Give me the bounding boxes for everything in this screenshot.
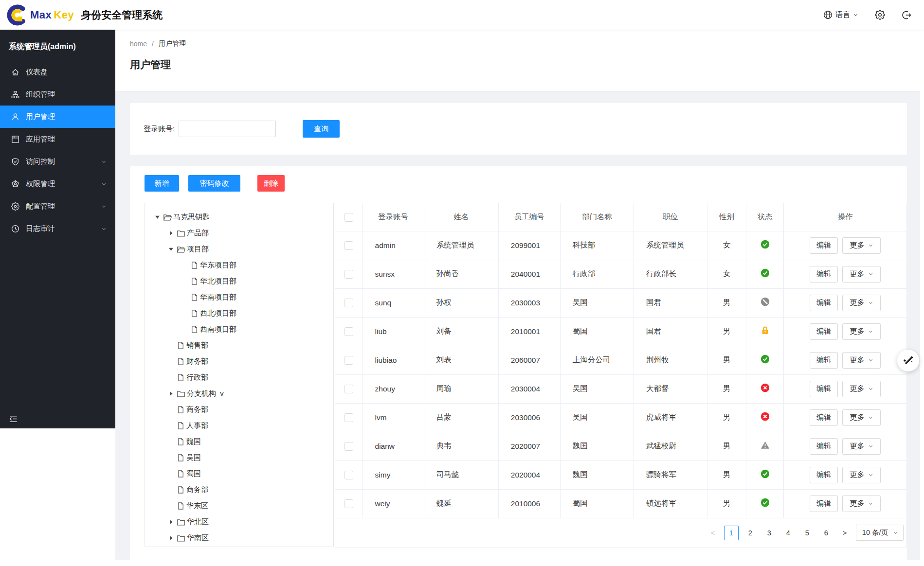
- cell-account: dianw: [362, 432, 424, 460]
- sidebar-item-config[interactable]: 配置管理: [0, 195, 115, 217]
- tree-node-label: 吴国: [186, 453, 201, 462]
- more-button[interactable]: 更多: [842, 438, 881, 455]
- status-enabled-icon: [761, 240, 770, 249]
- cell-department: 吴国: [560, 374, 634, 403]
- caret-expanded-icon[interactable]: [151, 214, 163, 220]
- more-button[interactable]: 更多: [842, 323, 881, 340]
- breadcrumb-home[interactable]: home: [130, 40, 147, 48]
- login-account-input[interactable]: [179, 121, 276, 137]
- chevron-down-icon: [101, 159, 107, 164]
- tree-node[interactable]: 商务部: [145, 402, 333, 418]
- scrollbar-track[interactable]: [920, 30, 924, 566]
- tree-node[interactable]: 项目部: [145, 241, 333, 257]
- tree-node[interactable]: 分支机构_v: [145, 386, 333, 402]
- caret-collapsed-icon[interactable]: [165, 391, 177, 396]
- more-button[interactable]: 更多: [842, 381, 881, 397]
- tree-node[interactable]: 华南项目部: [145, 289, 333, 305]
- tree-node[interactable]: 华北项目部: [145, 273, 333, 289]
- row-checkbox[interactable]: [344, 413, 353, 422]
- more-button[interactable]: 更多: [842, 352, 881, 369]
- row-checkbox[interactable]: [344, 241, 353, 250]
- caret-collapsed-icon[interactable]: [165, 230, 177, 236]
- more-button[interactable]: 更多: [842, 237, 881, 254]
- tree-node[interactable]: 西北项目部: [145, 305, 333, 321]
- delete-button[interactable]: 删除: [257, 175, 285, 192]
- sidebar-item-perms[interactable]: 权限管理: [0, 173, 115, 195]
- row-checkbox[interactable]: [344, 299, 353, 307]
- add-button[interactable]: 新增: [145, 175, 179, 192]
- edit-button[interactable]: 编辑: [810, 409, 838, 426]
- more-button[interactable]: 更多: [842, 467, 881, 483]
- tree-node[interactable]: 销售部: [145, 337, 333, 354]
- tree-node[interactable]: 商务部: [145, 482, 333, 498]
- edit-button[interactable]: 编辑: [810, 438, 838, 455]
- tree-node[interactable]: 蜀国: [145, 466, 333, 482]
- tree-node[interactable]: 华东项目部: [145, 257, 333, 273]
- next-page-button[interactable]: >: [838, 529, 852, 537]
- page-button-6[interactable]: 6: [819, 526, 833, 540]
- edit-button[interactable]: 编辑: [810, 381, 838, 397]
- caret-expanded-icon[interactable]: [165, 247, 177, 252]
- edit-button[interactable]: 编辑: [810, 295, 838, 311]
- edit-button[interactable]: 编辑: [810, 323, 838, 340]
- tree-node[interactable]: 华东区: [145, 498, 333, 514]
- row-checkbox[interactable]: [344, 356, 353, 365]
- sidebar-item-access[interactable]: 访问控制: [0, 150, 115, 173]
- caret-collapsed-icon[interactable]: [165, 519, 177, 525]
- status-enabled-icon: [761, 498, 770, 507]
- chevron-down-icon: [868, 501, 873, 506]
- sidebar-item-org[interactable]: 组织管理: [0, 83, 115, 106]
- breadcrumb-separator: /: [152, 40, 154, 48]
- page-button-5[interactable]: 5: [800, 526, 815, 540]
- tree-node[interactable]: 产品部: [145, 225, 333, 241]
- row-checkbox[interactable]: [344, 327, 353, 336]
- edit-button[interactable]: 编辑: [810, 467, 838, 483]
- settings-gear-icon[interactable]: [875, 10, 885, 20]
- page-button-1[interactable]: 1: [724, 526, 739, 540]
- query-button[interactable]: 查询: [303, 120, 340, 138]
- change-password-button[interactable]: 密码修改: [188, 175, 240, 192]
- page-button-4[interactable]: 4: [781, 526, 796, 540]
- cell-name: 刘备: [424, 317, 498, 346]
- sidebar-item-dashboard[interactable]: 仪表盘: [0, 61, 115, 83]
- more-button[interactable]: 更多: [842, 295, 881, 311]
- edit-button[interactable]: 编辑: [810, 237, 838, 254]
- row-checkbox[interactable]: [344, 499, 353, 508]
- page-button-3[interactable]: 3: [762, 526, 777, 540]
- home-icon: [11, 68, 19, 76]
- logout-icon[interactable]: [902, 10, 911, 20]
- row-checkbox[interactable]: [344, 471, 353, 479]
- tree-node[interactable]: 吴国: [145, 450, 333, 466]
- tree-node[interactable]: 西南项目部: [145, 321, 333, 337]
- tree-node[interactable]: 马克思钥匙: [145, 209, 333, 225]
- caret-collapsed-icon[interactable]: [165, 535, 177, 541]
- tree-node[interactable]: 行政部: [145, 370, 333, 386]
- magic-wand-button[interactable]: [897, 350, 919, 371]
- more-button[interactable]: 更多: [842, 266, 881, 283]
- tree-node[interactable]: 华南区: [145, 530, 333, 546]
- collapse-sidebar-icon[interactable]: [9, 414, 18, 424]
- column-header: 部门名称: [560, 203, 634, 231]
- tree-node[interactable]: 魏国: [145, 434, 333, 450]
- row-checkbox[interactable]: [344, 270, 353, 279]
- column-header: 员工编号: [498, 203, 560, 231]
- tree-node[interactable]: 人事部: [145, 418, 333, 434]
- sidebar-item-apps[interactable]: 应用管理: [0, 128, 115, 150]
- page-button-2[interactable]: 2: [743, 526, 758, 540]
- edit-button[interactable]: 编辑: [810, 495, 838, 512]
- row-checkbox[interactable]: [344, 442, 353, 451]
- search-label: 登录账号:: [144, 124, 175, 134]
- sidebar-item-users[interactable]: 用户管理: [0, 106, 115, 128]
- select-all-checkbox[interactable]: [344, 213, 353, 222]
- language-menu[interactable]: 语言: [823, 10, 858, 19]
- page-size-select[interactable]: 10 条/页: [856, 525, 904, 541]
- more-button[interactable]: 更多: [842, 409, 881, 426]
- tree-node[interactable]: 财务部: [145, 354, 333, 370]
- edit-button[interactable]: 编辑: [810, 266, 838, 283]
- sidebar-item-audit[interactable]: 日志审计: [0, 217, 115, 240]
- row-checkbox[interactable]: [344, 385, 353, 393]
- more-button[interactable]: 更多: [842, 495, 881, 512]
- prev-page-button[interactable]: <: [706, 529, 720, 537]
- edit-button[interactable]: 编辑: [810, 352, 838, 369]
- tree-node[interactable]: 华北区: [145, 514, 333, 530]
